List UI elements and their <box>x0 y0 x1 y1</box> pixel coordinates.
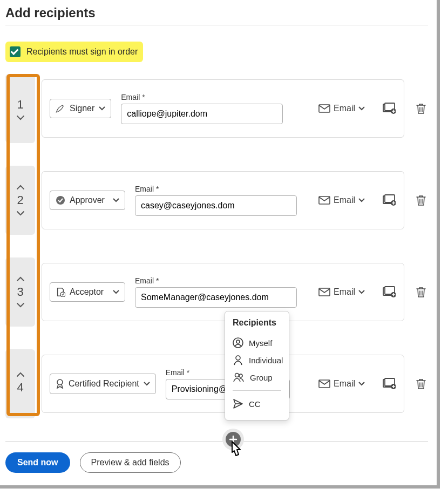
delete-button[interactable] <box>414 377 428 391</box>
add-document-icon[interactable] <box>382 101 396 116</box>
move-up-button[interactable] <box>16 371 25 378</box>
svg-point-21 <box>236 356 240 360</box>
divider <box>5 441 428 442</box>
email-field-label: Email * <box>121 93 283 101</box>
svg-point-22 <box>235 374 239 377</box>
add-document-icon[interactable] <box>382 285 396 299</box>
popover-option-label: Individual <box>249 356 283 365</box>
svg-point-4 <box>56 196 65 205</box>
move-up-button[interactable] <box>16 275 25 283</box>
move-down-button[interactable] <box>16 301 25 309</box>
order-handle[interactable]: 1 <box>5 74 35 143</box>
svg-rect-0 <box>319 105 330 112</box>
email-block: Email * <box>135 276 297 308</box>
sign-order-checkbox[interactable] <box>10 46 21 57</box>
role-label: Acceptor <box>70 287 104 297</box>
popover-option-label: Group <box>250 373 273 382</box>
delivery-label: Email <box>334 379 355 389</box>
delivery-label: Email <box>334 287 355 297</box>
email-input[interactable] <box>135 195 297 216</box>
svg-rect-5 <box>319 196 330 204</box>
email-input[interactable] <box>135 287 297 308</box>
chevron-down-icon <box>99 106 105 111</box>
role-label: Signer <box>70 104 94 113</box>
delivery-label: Email <box>334 104 355 113</box>
pen-icon <box>56 104 65 113</box>
svg-rect-15 <box>319 380 330 388</box>
email-field-label: Email * <box>135 185 297 193</box>
popover-title: Recipients <box>233 318 281 328</box>
email-field-label: Email * <box>135 276 297 285</box>
add-document-icon[interactable] <box>382 377 396 391</box>
envelope-icon <box>318 288 330 296</box>
sign-order-label: Recipients must sign in order <box>26 47 138 57</box>
user-circle-icon <box>233 337 243 348</box>
svg-point-20 <box>236 340 240 343</box>
order-number: 2 <box>17 193 23 207</box>
move-up-button[interactable] <box>16 184 25 191</box>
move-down-button[interactable] <box>16 114 25 121</box>
recipient-card: Signer Email * Email <box>42 79 404 138</box>
popover-option-myself[interactable]: Myself <box>233 334 281 351</box>
email-block: Email * <box>135 185 297 216</box>
delete-button[interactable] <box>414 101 428 116</box>
popover-option-individual[interactable]: Individual <box>233 351 281 369</box>
check-circle-icon <box>56 195 65 205</box>
page-title: Add recipients <box>5 5 428 25</box>
order-handle[interactable]: 2 <box>5 166 35 235</box>
group-icon <box>233 372 245 383</box>
delivery-select[interactable]: Email <box>318 379 365 389</box>
role-select[interactable]: Signer <box>50 99 111 118</box>
recipient-card: Certified Recipient Email * Email <box>42 355 404 413</box>
ribbon-icon <box>56 378 64 389</box>
role-select[interactable]: Certified Recipient <box>50 374 156 394</box>
add-recipient-popover: Recipients Myself Individual Group CC <box>225 311 289 421</box>
add-document-icon[interactable] <box>382 193 396 207</box>
delete-button[interactable] <box>414 285 428 299</box>
popover-option-group[interactable]: Group <box>233 369 281 386</box>
role-select[interactable]: Acceptor <box>50 282 125 302</box>
popover-divider <box>233 390 281 391</box>
recipient-row: 2 Approver Email * <box>5 166 428 235</box>
document-check-icon <box>56 287 65 297</box>
envelope-icon <box>318 104 330 113</box>
delivery-select[interactable]: Email <box>318 195 365 205</box>
envelope-icon <box>318 379 330 388</box>
add-recipient-button[interactable] <box>226 432 241 447</box>
order-number: 4 <box>17 381 23 395</box>
delivery-select[interactable]: Email <box>318 287 365 297</box>
chevron-down-icon <box>113 198 119 202</box>
chevron-down-icon <box>358 198 365 202</box>
move-down-button[interactable] <box>16 209 25 217</box>
svg-point-23 <box>239 374 242 377</box>
popover-option-cc[interactable]: CC <box>233 395 281 412</box>
chevron-down-icon <box>358 106 365 111</box>
user-icon <box>233 355 243 365</box>
order-number: 1 <box>17 98 23 112</box>
recipient-row: 3 Acceptor Email * <box>5 257 428 327</box>
delivery-select[interactable]: Email <box>318 104 365 113</box>
order-handle[interactable]: 4 <box>5 349 35 418</box>
order-number: 3 <box>17 285 23 299</box>
recipient-card: Acceptor Email * Email <box>42 263 404 321</box>
popover-option-label: CC <box>249 399 261 409</box>
order-handle[interactable]: 3 <box>5 257 35 327</box>
email-input[interactable] <box>121 104 283 124</box>
role-select[interactable]: Approver <box>50 191 125 210</box>
envelope-icon <box>318 196 330 205</box>
recipient-card: Approver Email * Email <box>42 171 404 229</box>
footer-buttons: Send now Preview & add fields <box>5 452 428 473</box>
chevron-down-icon <box>358 382 365 386</box>
recipient-row: 1 Signer Email * <box>5 74 428 143</box>
sign-order-toggle[interactable]: Recipients must sign in order <box>5 42 143 62</box>
role-label: Certified Recipient <box>69 379 139 389</box>
send-now-button[interactable]: Send now <box>5 452 70 473</box>
delivery-label: Email <box>334 195 355 205</box>
chevron-down-icon <box>113 290 119 294</box>
preview-add-fields-button[interactable]: Preview & add fields <box>80 452 181 473</box>
popover-option-label: Myself <box>249 338 272 348</box>
delete-button[interactable] <box>414 193 428 207</box>
role-label: Approver <box>70 195 105 205</box>
chevron-down-icon <box>358 290 365 294</box>
svg-rect-10 <box>319 288 330 296</box>
